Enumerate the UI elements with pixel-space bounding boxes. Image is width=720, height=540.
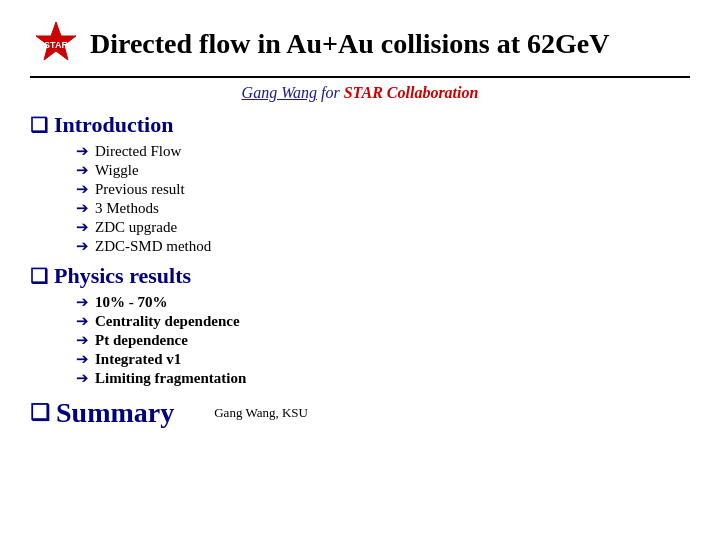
page-title: Directed flow in Au+Au collisions at 62G… xyxy=(90,28,609,60)
arrow-icon: ➔ xyxy=(76,199,89,217)
arrow-icon: ➔ xyxy=(76,180,89,198)
list-item: ➔ Wiggle xyxy=(76,161,690,179)
item-text: 3 Methods xyxy=(95,200,159,217)
list-item: ➔ Previous result xyxy=(76,180,690,198)
arrow-icon: ➔ xyxy=(76,161,89,179)
summary-label-text: Summary xyxy=(56,397,174,429)
list-item: ➔ 10% - 70% xyxy=(76,293,690,311)
list-item: ➔ Directed Flow xyxy=(76,142,690,160)
list-item: ➔ Integrated v1 xyxy=(76,350,690,368)
item-text: Centrality dependence xyxy=(95,313,240,330)
header: STAR Directed flow in Au+Au collisions a… xyxy=(30,18,690,70)
list-item: ➔ Centrality dependence xyxy=(76,312,690,330)
summary-checkbox-icon: ❑ xyxy=(30,400,50,426)
introduction-checkbox-icon: ❑ xyxy=(30,113,48,137)
author-name: Gang Wang xyxy=(242,84,317,101)
arrow-icon: ➔ xyxy=(76,312,89,330)
list-item: ➔ ZDC-SMD method xyxy=(76,237,690,255)
introduction-list: ➔ Directed Flow ➔ Wiggle ➔ Previous resu… xyxy=(76,142,690,255)
item-text: 10% - 70% xyxy=(95,294,168,311)
physics-checkbox-icon: ❑ xyxy=(30,264,48,288)
arrow-icon: ➔ xyxy=(76,218,89,236)
item-text: ZDC upgrade xyxy=(95,219,177,236)
introduction-label: Introduction xyxy=(54,112,173,138)
list-item: ➔ 3 Methods xyxy=(76,199,690,217)
page: STAR Directed flow in Au+Au collisions a… xyxy=(0,0,720,540)
item-text: ZDC-SMD method xyxy=(95,238,211,255)
list-item: ➔ Pt dependence xyxy=(76,331,690,349)
arrow-icon: ➔ xyxy=(76,237,89,255)
summary-section: ❑ Summary Gang Wang, KSU xyxy=(30,397,690,429)
introduction-heading: ❑ Introduction xyxy=(30,112,690,138)
item-text: Previous result xyxy=(95,181,185,198)
summary-credit: Gang Wang, KSU xyxy=(214,405,308,421)
item-text: Pt dependence xyxy=(95,332,188,349)
for-text: for xyxy=(317,84,344,101)
item-text: Wiggle xyxy=(95,162,139,179)
svg-text:STAR: STAR xyxy=(44,40,68,50)
arrow-icon: ➔ xyxy=(76,350,89,368)
list-item: ➔ Limiting fragmentation xyxy=(76,369,690,387)
item-text: Directed Flow xyxy=(95,143,181,160)
header-divider xyxy=(30,76,690,78)
summary-heading: ❑ Summary xyxy=(30,397,174,429)
subtitle: Gang Wang for STAR Collaboration xyxy=(30,84,690,102)
physics-heading: ❑ Physics results xyxy=(30,263,690,289)
item-text: Limiting fragmentation xyxy=(95,370,246,387)
star-logo: STAR xyxy=(30,18,82,70)
arrow-icon: ➔ xyxy=(76,142,89,160)
item-text: Integrated v1 xyxy=(95,351,181,368)
arrow-icon: ➔ xyxy=(76,293,89,311)
arrow-icon: ➔ xyxy=(76,369,89,387)
list-item: ➔ ZDC upgrade xyxy=(76,218,690,236)
collaboration-text: STAR Collaboration xyxy=(344,84,479,101)
physics-label: Physics results xyxy=(54,263,191,289)
physics-list: ➔ 10% - 70% ➔ Centrality dependence ➔ Pt… xyxy=(76,293,690,387)
arrow-icon: ➔ xyxy=(76,331,89,349)
